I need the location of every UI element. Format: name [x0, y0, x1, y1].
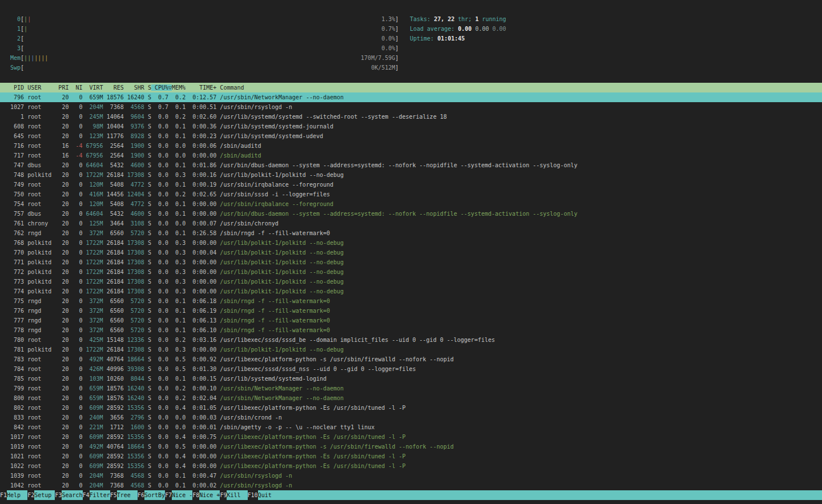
column-header-ni[interactable]: NI: [68, 84, 82, 91]
fnkey-f1-help[interactable]: F1Help: [0, 490, 27, 500]
process-row-777[interactable]: 777 rngd 20 0 372M 6560 5720 S 0.0 0.1 0…: [0, 316, 822, 325]
cell-pri: 20: [58, 405, 68, 411]
process-row-749[interactable]: 749 root 20 0 120M 5408 4772 S 0.0 0.1 0…: [0, 180, 822, 189]
process-row-645[interactable]: 645 root 20 0 123M 11776 8928 S 0.0 0.1 …: [0, 131, 822, 141]
process-row-785[interactable]: 785 root 20 0 103M 10260 8044 S 0.0 0.1 …: [0, 374, 822, 384]
cell-virt: 67956: [83, 143, 103, 149]
cell-shr: 18664: [124, 356, 144, 362]
column-header-cpu-sorted[interactable]: CPU%▽: [151, 84, 172, 91]
cell-command: /usr/sbin/NetworkManager --no-daemon: [216, 385, 344, 392]
cell-command: /usr/lib/polkit-1/polkitd --no-debug: [216, 249, 344, 256]
cell-state: S: [144, 288, 151, 295]
process-row-780[interactable]: 780 root 20 0 425M 15148 12336 S 0.0 0.2…: [0, 335, 822, 345]
process-row-802[interactable]: 802 root 20 0 609M 28592 15356 S 0.0 0.4…: [0, 403, 822, 413]
tasks-summary-segment: running: [478, 16, 506, 22]
process-row-800[interactable]: 800 root 20 0 659M 18576 16240 S 0.0 0.2…: [0, 393, 822, 403]
process-row-1021[interactable]: 1021 root 20 0 609M 28592 15356 S 0.0 0.…: [0, 451, 822, 461]
column-header-shr[interactable]: SHR: [124, 84, 144, 91]
process-row-748[interactable]: 748 polkitd 20 0 1722M 26184 17308 S 0.0…: [0, 170, 822, 180]
cell-command: /usr/lib/systemd/systemd-journald: [216, 123, 333, 130]
cell-user: rngd: [27, 308, 58, 314]
process-row-608[interactable]: 608 root 20 0 98M 10404 9376 S 0.0 0.1 0…: [0, 122, 822, 131]
column-header-user[interactable]: USER: [27, 84, 58, 91]
column-header-time[interactable]: TIME+: [186, 84, 216, 91]
process-row-833[interactable]: 833 root 20 0 240M 3656 2796 S 0.0 0.0 0…: [0, 413, 822, 422]
process-row-761[interactable]: 761 chrony 20 0 125M 3464 3108 S 0.0 0.0…: [0, 219, 822, 228]
process-row-796[interactable]: 796 root 20 0 659M 18576 16240 S 0.7 0.2…: [0, 92, 822, 102]
fnkey-f7-nice[interactable]: F7Nice -: [165, 490, 192, 500]
fnkey-f4-filter[interactable]: F4Filter: [83, 490, 110, 500]
process-row-757[interactable]: 757 dbus 20 0 64604 5432 4600 S 0.0 0.1 …: [0, 209, 822, 219]
cell-command: /usr/sbin/crond -n: [216, 414, 281, 421]
fnkey-f3-search[interactable]: F3Search: [55, 490, 82, 500]
process-row-1027[interactable]: 1027 root 20 0 204M 7368 4568 S 0.7 0.1 …: [0, 102, 822, 112]
process-row-842[interactable]: 842 root 20 0 221M 1712 1600 S 0.0 0.0 0…: [0, 422, 822, 432]
process-row-1[interactable]: 1 root 20 0 245M 14064 9604 S 0.0 0.2 0:…: [0, 112, 822, 122]
column-header-virt[interactable]: VIRT: [83, 84, 103, 91]
process-row-717[interactable]: 717 root 16 -4 67956 2564 1900 S 0.0 0.0…: [0, 151, 822, 160]
process-row-1019[interactable]: 1019 root 20 0 492M 40764 18664 S 0.0 0.…: [0, 442, 822, 451]
column-header-command[interactable]: Command: [216, 84, 244, 91]
fnkey-f2-setup[interactable]: F2Setup: [27, 490, 55, 500]
cell-mem: 0.1: [168, 123, 186, 130]
cell-pri: 20: [58, 434, 68, 440]
cell-state: S: [144, 220, 151, 227]
fnkey-f8-nice[interactable]: F8Nice +: [192, 490, 220, 500]
process-row-762[interactable]: 762 rngd 20 0 372M 6560 5720 S 0.0 0.1 0…: [0, 228, 822, 238]
cpu-meter-1: 1[|0.7%]: [10, 24, 398, 34]
cell-virt: 492M: [83, 356, 103, 362]
fnkey-f10-quit[interactable]: F10Quit: [248, 490, 822, 500]
process-row-747[interactable]: 747 dbus 20 0 64604 5432 4600 S 0.0 0.1 …: [0, 160, 822, 170]
cell-mem: 0.3: [168, 269, 186, 275]
process-row-750[interactable]: 750 root 20 0 416M 14456 12404 S 0.0 0.2…: [0, 189, 822, 199]
fnkey-f5-tree[interactable]: F5Tree: [110, 490, 138, 500]
process-row-774[interactable]: 774 polkitd 20 0 1722M 26184 17308 S 0.0…: [0, 287, 822, 296]
cell-user: root: [27, 424, 58, 430]
cell-pri: 20: [58, 414, 68, 421]
process-row-799[interactable]: 799 root 20 0 659M 18576 16240 S 0.0 0.2…: [0, 384, 822, 393]
process-row-771[interactable]: 771 polkitd 20 0 1722M 26184 17308 S 0.0…: [0, 257, 822, 267]
process-row-770[interactable]: 770 polkitd 20 0 1722M 26184 17308 S 0.0…: [0, 248, 822, 257]
process-row-1017[interactable]: 1017 root 20 0 609M 28592 15356 S 0.0 0.…: [0, 432, 822, 442]
cell-time: 0:00.16: [186, 172, 216, 178]
process-row-783[interactable]: 783 root 20 0 492M 40764 18664 S 0.0 0.5…: [0, 354, 822, 364]
column-header-state[interactable]: S: [144, 84, 151, 91]
cell-pri: 20: [58, 463, 68, 469]
process-row-1042[interactable]: 1042 root 20 0 204M 7368 4568 S 0.0 0.1 …: [0, 481, 822, 490]
cell-ni: 0: [68, 337, 82, 343]
cell-mem: 0.0: [168, 143, 186, 149]
uptime: Uptime: 01:01:45: [410, 34, 506, 43]
cell-cpu: 0.0: [151, 182, 168, 188]
cpu-meter-1-bar-area: |0.7%: [24, 24, 395, 34]
cell-time: 0:00.10: [186, 385, 216, 392]
process-row-775[interactable]: 775 rngd 20 0 372M 6560 5720 S 0.0 0.1 0…: [0, 296, 822, 306]
cell-user: polkitd: [27, 346, 58, 353]
process-row-754[interactable]: 754 root 20 0 120M 5408 4772 S 0.0 0.1 0…: [0, 199, 822, 209]
process-row-1039[interactable]: 1039 root 20 0 204M 7368 4568 S 0.0 0.1 …: [0, 471, 822, 481]
process-row-781[interactable]: 781 polkitd 20 0 1722M 26184 17308 S 0.0…: [0, 345, 822, 354]
fnkey-label: Setup: [34, 490, 55, 500]
cell-pri: 20: [58, 104, 68, 110]
column-header-pri[interactable]: PRI: [58, 84, 68, 91]
fnkey-f9-kill[interactable]: F9Kill: [220, 490, 247, 500]
process-row-776[interactable]: 776 rngd 20 0 372M 6560 5720 S 0.0 0.1 0…: [0, 306, 822, 316]
cell-pri: 16: [58, 152, 68, 159]
cell-mem: 0.5: [168, 443, 186, 450]
process-row-773[interactable]: 773 polkitd 20 0 1722M 26184 17308 S 0.0…: [0, 277, 822, 287]
process-row-768[interactable]: 768 polkitd 20 0 1722M 26184 17308 S 0.0…: [0, 238, 822, 248]
cell-res: 26184: [103, 346, 124, 353]
column-header-pid[interactable]: PID: [0, 84, 27, 91]
cell-pid: 717: [0, 152, 27, 159]
process-row-784[interactable]: 784 root 20 0 426M 40996 39308 S 0.0 0.5…: [0, 364, 822, 374]
process-row-716[interactable]: 716 root 16 -4 67956 2564 1900 S 0.0 0.0…: [0, 141, 822, 151]
cell-cpu: 0.0: [151, 346, 168, 353]
process-row-778[interactable]: 778 rngd 20 0 372M 6560 5720 S 0.0 0.1 0…: [0, 325, 822, 335]
column-header-mem[interactable]: MEM%: [172, 84, 186, 91]
fnkey-number: F9: [220, 490, 227, 500]
cell-res: 26184: [103, 240, 124, 246]
cell-time: 0:00.00: [186, 463, 216, 469]
process-row-772[interactable]: 772 polkitd 20 0 1722M 26184 17308 S 0.0…: [0, 267, 822, 277]
column-header-res[interactable]: RES: [103, 84, 124, 91]
process-row-1022[interactable]: 1022 root 20 0 609M 28592 15356 S 0.0 0.…: [0, 461, 822, 471]
fnkey-f6-sortby[interactable]: F6SortBy: [138, 490, 165, 500]
